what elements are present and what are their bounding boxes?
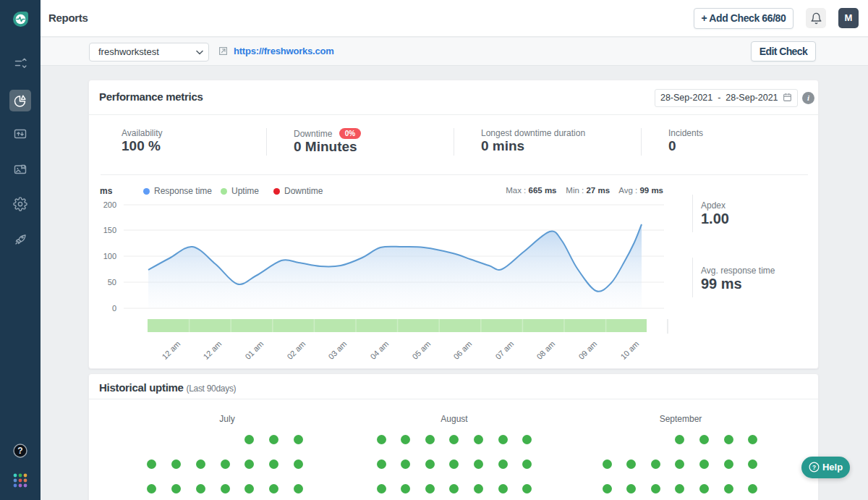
svg-text:200: 200 bbox=[103, 200, 116, 209]
svg-text:05 am: 05 am bbox=[410, 339, 432, 361]
svg-text:03 am: 03 am bbox=[326, 339, 348, 361]
svg-text:12 am: 12 am bbox=[201, 339, 223, 361]
svg-text:50: 50 bbox=[108, 278, 116, 287]
svg-text:01 am: 01 am bbox=[243, 339, 265, 361]
svg-text:100: 100 bbox=[103, 252, 116, 260]
svg-text:06 am: 06 am bbox=[451, 339, 473, 361]
svg-text:0: 0 bbox=[112, 304, 116, 313]
svg-text:08 am: 08 am bbox=[535, 339, 556, 361]
svg-text:150: 150 bbox=[103, 226, 116, 234]
svg-text:?: ? bbox=[812, 465, 816, 471]
svg-text:12 am: 12 am bbox=[160, 339, 182, 361]
svg-text:02 am: 02 am bbox=[285, 339, 307, 361]
svg-text:?: ? bbox=[17, 446, 22, 456]
svg-text:09 am: 09 am bbox=[576, 339, 598, 361]
svg-text:04 am: 04 am bbox=[368, 339, 390, 361]
svg-text:07 am: 07 am bbox=[493, 339, 515, 361]
svg-text:10 am: 10 am bbox=[618, 339, 640, 361]
